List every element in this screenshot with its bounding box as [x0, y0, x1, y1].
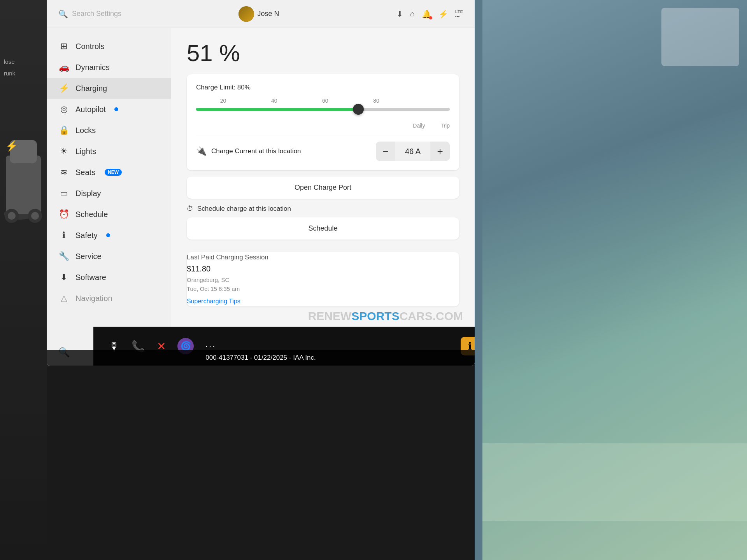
avatar — [238, 6, 254, 22]
main-screen: 🔍 Search Settings Jose N ⬇ ⌂ 🔔 ⚡ LTE▪▪▪ … — [47, 0, 475, 366]
autopilot-icon: ◎ — [58, 104, 69, 114]
tick-80: 80 — [373, 98, 379, 104]
display-label: Display — [75, 189, 101, 198]
search-icon: 🔍 — [58, 9, 68, 19]
right-panel — [475, 0, 747, 560]
sidebar-item-schedule[interactable]: ⏰ Schedule — [47, 204, 171, 225]
current-control: − 46 A + — [376, 142, 450, 161]
top-icons: ⬇ ⌂ 🔔 ⚡ LTE▪▪▪ — [396, 9, 463, 19]
car-panel: lose runk ⚡ — [0, 0, 47, 560]
slider-thumb[interactable] — [353, 104, 364, 115]
locks-icon: 🔒 — [58, 125, 69, 135]
lte-badge: LTE▪▪▪ — [455, 9, 463, 19]
locks-label: Locks — [75, 126, 96, 135]
service-icon: 🔧 — [58, 251, 69, 261]
charge-limit-card: Charge Limit: 80% 20 40 60 80 Daily — [187, 74, 459, 170]
service-label: Service — [75, 252, 102, 261]
slider-fill — [196, 108, 358, 111]
car-silhouette — [0, 78, 47, 272]
schedule-label: Schedule — [75, 210, 108, 219]
navigation-icon: △ — [58, 293, 69, 303]
plug-icon: 🔌 — [196, 146, 207, 156]
home-icon[interactable]: ⌂ — [410, 9, 415, 18]
username: Jose N — [257, 10, 279, 18]
dynamics-label: Dynamics — [75, 63, 110, 72]
autopilot-label: Autopilot — [75, 105, 106, 114]
slider-track — [196, 108, 450, 111]
right-panel-inner — [482, 0, 747, 560]
autopilot-dot — [114, 107, 118, 111]
brand-overlay: RENEWSPORTSCARS.COM — [308, 310, 463, 323]
safety-dot — [106, 233, 110, 237]
sidebar-item-software[interactable]: ⬇ Software — [47, 267, 171, 288]
sidebar-item-navigation[interactable]: △ Navigation — [47, 288, 171, 309]
charging-label: Charging — [75, 84, 107, 93]
seats-badge: NEW — [105, 169, 122, 176]
lights-icon: ☀ — [58, 146, 69, 156]
svg-point-4 — [8, 212, 16, 220]
current-value: 46 A — [395, 142, 430, 161]
seats-icon: ≋ — [58, 167, 69, 177]
sidebar-item-service[interactable]: 🔧 Service — [47, 246, 171, 267]
sidebar-item-display[interactable]: ▭ Display — [47, 183, 171, 204]
brand-sports: SPORTS — [351, 310, 399, 322]
tick-20: 20 — [220, 98, 226, 104]
sidebar-item-controls[interactable]: ⊞ Controls — [47, 36, 171, 57]
software-label: Software — [75, 273, 106, 282]
sidebar-item-autopilot[interactable]: ◎ Autopilot — [47, 99, 171, 120]
charging-icon: ⚡ — [58, 83, 69, 93]
schedule-header-text: Schedule charge at this location — [197, 205, 291, 213]
charge-current-text: Charge Current at this location — [211, 147, 301, 155]
slider-labels: Daily Trip — [196, 122, 450, 129]
software-icon: ⬇ — [58, 272, 69, 282]
top-bar: 🔍 Search Settings Jose N ⬇ ⌂ 🔔 ⚡ LTE▪▪▪ — [47, 0, 475, 28]
search-area[interactable]: 🔍 Search Settings — [58, 9, 121, 19]
trunk-label: runk — [4, 70, 15, 77]
controls-icon: ⊞ — [58, 41, 69, 51]
bluetooth-icon[interactable]: ⚡ — [438, 9, 448, 19]
daily-label: Daily — [413, 122, 425, 129]
brand-cars: CARS.COM — [400, 310, 463, 322]
tick-end — [424, 98, 426, 104]
search-placeholder-text: Search Settings — [72, 10, 121, 18]
safety-icon: ℹ — [58, 230, 69, 240]
last-session-title: Last Paid Charging Session — [187, 254, 459, 261]
navigation-label: Navigation — [75, 294, 112, 303]
sidebar-item-charging[interactable]: ⚡ Charging — [47, 78, 171, 99]
last-session-card: Last Paid Charging Session $11.80 Orange… — [187, 252, 459, 306]
safety-label: Safety — [75, 231, 98, 240]
open-charge-port-button[interactable]: Open Charge Port — [187, 177, 459, 199]
close-label: lose — [4, 58, 15, 65]
decrease-current-button[interactable]: − — [376, 142, 395, 161]
increase-current-button[interactable]: + — [430, 142, 450, 161]
sidebar-item-locks[interactable]: 🔒 Locks — [47, 120, 171, 141]
schedule-header: ⏱ Schedule charge at this location — [187, 205, 459, 213]
schedule-button[interactable]: Schedule — [187, 217, 459, 240]
user-info: Jose N — [238, 6, 279, 22]
bolt-icon: ⚡ — [5, 140, 18, 152]
sidebar: ⊞ Controls 🚗 Dynamics ⚡ Charging ◎ Autop… — [47, 28, 171, 366]
last-session-amount: $11.80 — [187, 264, 459, 273]
sidebar-item-seats[interactable]: ≋ Seats NEW — [47, 162, 171, 183]
charge-limit-label: Charge Limit: 80% — [196, 84, 450, 91]
svg-rect-1 — [6, 156, 41, 214]
ground-reflection — [482, 443, 747, 521]
tick-40: 40 — [271, 98, 277, 104]
sidebar-item-safety[interactable]: ℹ Safety — [47, 225, 171, 246]
sidebar-item-dynamics[interactable]: 🚗 Dynamics — [47, 57, 171, 78]
slider-numbers: 20 40 60 80 — [196, 98, 450, 104]
watermark-bar: 000-41377031 - 01/22/2025 - IAA Inc. — [47, 350, 475, 366]
controls-label: Controls — [75, 42, 104, 51]
charge-slider-container[interactable] — [196, 108, 450, 111]
sidebar-item-lights[interactable]: ☀ Lights — [47, 141, 171, 162]
battery-percent: 51 % — [187, 40, 459, 66]
bell-icon[interactable]: 🔔 — [422, 9, 431, 19]
brand-renew: RENEW — [308, 310, 352, 322]
download-icon[interactable]: ⬇ — [396, 9, 403, 19]
notification-dot — [429, 16, 432, 19]
supercharging-tips-link[interactable]: Supercharging Tips — [187, 298, 459, 305]
schedule-section: ⏱ Schedule charge at this location Sched… — [187, 205, 459, 246]
schedule-icon: ⏰ — [58, 209, 69, 219]
lights-label: Lights — [75, 147, 96, 156]
seats-label: Seats — [75, 168, 95, 177]
